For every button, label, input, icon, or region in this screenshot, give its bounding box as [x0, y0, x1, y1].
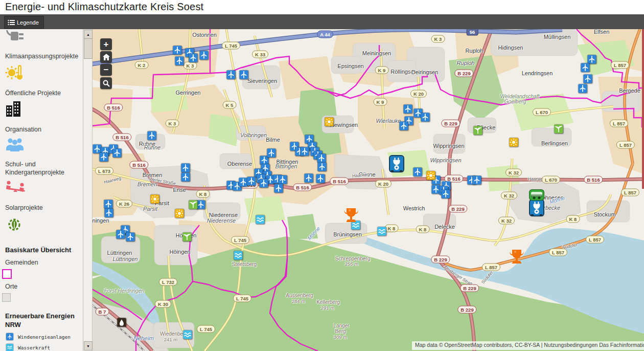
- marker-wind-turbine[interactable]: [181, 164, 190, 172]
- sidebar-item-label: Schul- und Kindergartenprojekte: [5, 161, 82, 177]
- marker-wind-turbine[interactable]: [240, 71, 248, 79]
- map-label: Deiringsen: [411, 69, 439, 75]
- marker-wind-turbine[interactable]: [173, 46, 182, 55]
- road-badge: K 8: [385, 225, 399, 232]
- search-button[interactable]: [100, 77, 112, 89]
- scroll-thumb[interactable]: [84, 38, 93, 59]
- map-label: Haarweg: [103, 175, 121, 185]
- marker-wind-turbine[interactable]: [404, 105, 412, 114]
- marker-charging-station[interactable]: [390, 156, 403, 171]
- marker-trophy[interactable]: [507, 247, 526, 267]
- marker-wind-turbine[interactable]: [200, 51, 209, 60]
- marker-biomass[interactable]: [555, 125, 563, 134]
- marker-wind-turbine[interactable]: [260, 179, 268, 188]
- marker-pv[interactable]: [175, 209, 184, 218]
- marker-wind-turbine[interactable]: [421, 113, 430, 122]
- marker-wind-turbine[interactable]: [473, 176, 481, 185]
- marker-wind-turbine[interactable]: [247, 177, 256, 186]
- sidebar-item-oeffentliche[interactable]: Öffentliche Projekte: [0, 90, 83, 119]
- marker-wind-turbine[interactable]: [126, 233, 135, 242]
- marker-wind-turbine[interactable]: [588, 55, 596, 64]
- sidebar-scrollbar[interactable]: ▲ ▼: [83, 29, 92, 351]
- scroll-up-button[interactable]: ▲: [84, 30, 93, 39]
- marker-wind-turbine[interactable]: [227, 71, 236, 79]
- marker-wind-turbine[interactable]: [117, 230, 125, 239]
- road-badge: K 2: [135, 61, 149, 69]
- sidebar-item-organisation[interactable]: Organisation: [0, 126, 83, 153]
- marker-wind-turbine[interactable]: [274, 184, 283, 193]
- map-label: Südufer: [562, 242, 578, 250]
- sidebar-item-emobility[interactable]: [0, 30, 83, 46]
- marker-wind-turbine[interactable]: [175, 57, 184, 65]
- marker-wind-turbine[interactable]: [100, 153, 108, 162]
- base-layer-orte[interactable]: Orte: [5, 283, 83, 290]
- marker-charging-station[interactable]: [530, 200, 543, 215]
- marker-wind-turbine[interactable]: [317, 154, 326, 163]
- marker-wind-turbine[interactable]: [318, 163, 327, 171]
- energy-layer-row[interactable]: Windenergieanlagen: [6, 333, 83, 340]
- marker-wind-turbine[interactable]: [267, 149, 276, 158]
- map-label: Parsit: [143, 206, 157, 212]
- marker-wind-turbine[interactable]: [93, 145, 102, 153]
- marker-wind-turbine[interactable]: [181, 173, 190, 182]
- map-label: 241 m: [164, 337, 177, 342]
- marker-wind-turbine[interactable]: [584, 75, 592, 83]
- sidebar-item-klimaanpassung[interactable]: Klimaanpassungsprojekte: [0, 53, 83, 82]
- marker-wind-turbine[interactable]: [279, 175, 287, 184]
- zoom-in-button[interactable]: +: [100, 38, 112, 50]
- marker-wind-turbine[interactable]: [148, 131, 156, 140]
- base-layer-gemeinden[interactable]: Gemeinden: [5, 259, 83, 266]
- marker-biomass[interactable]: [183, 233, 192, 242]
- marker-wind-turbine[interactable]: [316, 174, 325, 183]
- map-label: Steetsberg: [232, 261, 257, 267]
- marker-wind-turbine[interactable]: [301, 147, 309, 156]
- marker-pv[interactable]: [325, 118, 334, 126]
- marker-hydro[interactable]: [183, 331, 192, 339]
- marker-pv[interactable]: [427, 171, 435, 180]
- marker-wind-turbine[interactable]: [305, 174, 313, 183]
- marker-hydro[interactable]: [256, 215, 265, 224]
- marker-wind-turbine[interactable]: [413, 168, 422, 177]
- marker-biomass[interactable]: [189, 201, 198, 209]
- map-label: Kellerberg: [316, 299, 340, 305]
- map-label: nningen: [92, 217, 109, 224]
- road-badge: K 5: [223, 101, 237, 109]
- home-button[interactable]: [100, 51, 112, 63]
- legend-button[interactable]: Legende: [4, 16, 44, 29]
- map-label: Arnsberger Straße: [443, 265, 475, 288]
- marker-trophy[interactable]: [341, 206, 361, 225]
- marker-wind-turbine[interactable]: [113, 149, 122, 158]
- sidebar-item-schule[interactable]: Schul- und Kindergartenprojekte: [0, 161, 83, 197]
- road-badge: B 229: [431, 256, 450, 264]
- marker-pv[interactable]: [510, 138, 518, 147]
- map-label: Ostonnen: [192, 32, 217, 38]
- map-label: Hidingsen: [498, 45, 523, 51]
- zoom-out-button[interactable]: −: [100, 64, 112, 76]
- marker-pv[interactable]: [151, 195, 159, 204]
- marker-e-vehicle[interactable]: [530, 190, 544, 200]
- marker-wind-turbine[interactable]: [239, 178, 248, 187]
- marker-wind-turbine[interactable]: [189, 54, 198, 62]
- sidebar-item-solar[interactable]: Solarprojekte: [0, 204, 83, 236]
- marker-hydro[interactable]: [234, 251, 243, 260]
- marker-wind-turbine[interactable]: [442, 190, 450, 199]
- energy-layer-row[interactable]: Wasserkraft: [6, 344, 83, 351]
- marker-hydro[interactable]: [378, 227, 386, 236]
- map-canvas[interactable]: OstonnenRöllingsenSieveringenGerringenEp…: [92, 29, 644, 351]
- marker-biomass[interactable]: [474, 126, 482, 135]
- road-badge: B 229: [457, 306, 476, 314]
- scroll-down-button[interactable]: ▼: [84, 341, 93, 350]
- marker-wind-turbine[interactable]: [579, 84, 587, 93]
- marker-wind-turbine[interactable]: [104, 200, 113, 209]
- marker-wind-turbine[interactable]: [400, 122, 408, 130]
- map-label: Delecke: [434, 224, 455, 230]
- marker-wind-turbine[interactable]: [197, 201, 205, 209]
- road-badge: K 20: [410, 90, 427, 98]
- marker-sewage[interactable]: [118, 318, 126, 327]
- marker-wind-turbine[interactable]: [581, 63, 590, 72]
- marker-wind-turbine[interactable]: [105, 209, 113, 217]
- map-label: 309 m: [334, 334, 347, 340]
- road-badge: K 9: [375, 67, 389, 74]
- title-bar: Energie- und Klimaschutzkarte Kreis Soes…: [0, 0, 644, 14]
- sidebar-item-label: Klimaanpassungsprojekte: [5, 53, 82, 61]
